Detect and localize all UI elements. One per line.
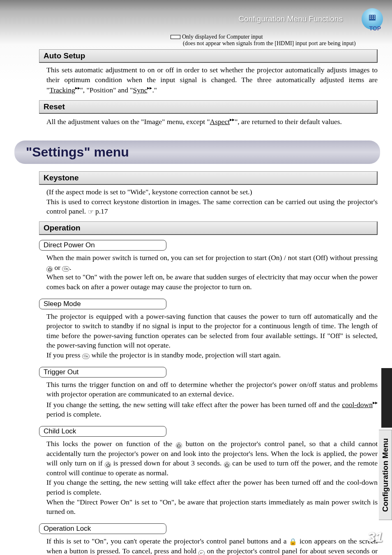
page-number: 31 <box>367 529 383 545</box>
cooldown-link[interactable]: cool-down <box>342 401 373 409</box>
operation-header: Operation <box>39 221 378 235</box>
glossary-icon: ▸▸ <box>147 85 152 91</box>
auto-setup-header: Auto Setup <box>39 49 378 63</box>
svg-point-2 <box>370 16 371 16</box>
operation-lock-header: Operation Lock <box>39 523 166 534</box>
power-button-icon: ⏻ <box>105 462 111 468</box>
legend-note: (does not appear when signals from the [… <box>183 40 378 47</box>
direct-power-header: Direct Power On <box>39 240 166 251</box>
trigger-out-body: This turns the trigger function on and o… <box>39 379 378 424</box>
glossary-icon: ▸▸ <box>230 117 235 122</box>
power-button-icon: ⏻ <box>176 442 182 449</box>
top-label[interactable]: TOP <box>369 25 381 32</box>
side-tab-marker <box>381 368 392 428</box>
page-ref-icon: ☞ <box>88 207 94 216</box>
glossary-icon: ▸▸ <box>75 85 80 91</box>
reset-body: All the adjustment values on the "Image"… <box>39 116 378 131</box>
child-lock-header: Child Lock <box>39 426 166 437</box>
power-button-icon: ⏻ <box>224 462 230 468</box>
sleep-mode-header: Sleep Mode <box>39 299 166 309</box>
reset-header: Reset <box>39 100 378 114</box>
svg-point-7 <box>374 18 375 18</box>
keystone-header: Keystone <box>39 171 378 185</box>
child-lock-body: This locks the power on function of the … <box>39 438 378 521</box>
settings-menu-title: "Settings" menu <box>14 140 380 164</box>
operation-lock-body: If this is set to "On", you can't operat… <box>39 536 378 555</box>
side-tab: Configuration Menu <box>379 430 392 520</box>
power-button-icon: ⏻ <box>46 266 53 272</box>
header-title: Configuration Menu Functions <box>239 14 343 23</box>
auto-setup-body: This sets automatic adjustment to on or … <box>39 65 378 100</box>
direct-power-body: When the main power switch is turned on,… <box>39 252 378 296</box>
aspect-link[interactable]: Aspect <box>210 117 230 126</box>
on-button-icon: On <box>62 266 69 272</box>
keystone-body: (If the aspect mode is set to "Wide", ke… <box>39 187 378 221</box>
sync-link[interactable]: Sync <box>133 86 147 94</box>
trigger-out-header: Trigger Out <box>39 367 166 378</box>
legend-box-icon <box>171 35 180 39</box>
lock-icon: 🔒 <box>289 537 297 546</box>
svg-point-6 <box>372 18 373 18</box>
svg-point-4 <box>374 16 375 16</box>
svg-point-3 <box>372 16 373 16</box>
sleep-mode-body: The projector is equipped with a power-s… <box>39 311 378 364</box>
on-button-icon: On <box>82 354 90 359</box>
tracking-link[interactable]: Tracking <box>49 86 75 94</box>
page-ref[interactable]: p.17 <box>94 207 108 215</box>
svg-point-5 <box>370 18 371 18</box>
page-header: Configuration Menu Functions TOP <box>0 0 392 34</box>
legend-text: Only displayed for Computer input <box>182 34 263 40</box>
enter-button-icon: ↵ <box>198 550 205 555</box>
content-area: Only displayed for Computer input (does … <box>0 34 392 555</box>
legend-line: Only displayed for Computer input <box>171 34 378 40</box>
glossary-icon: ▸▸ <box>373 400 378 405</box>
